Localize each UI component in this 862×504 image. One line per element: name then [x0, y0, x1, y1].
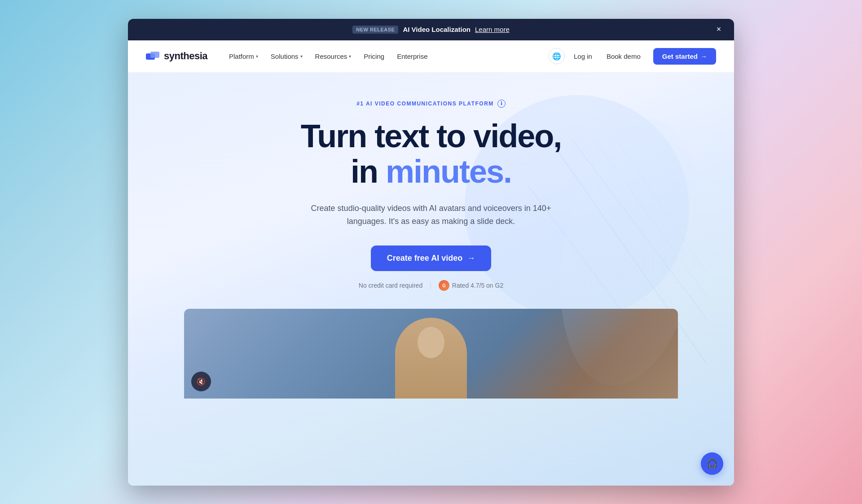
g2-icon: G: [439, 280, 449, 291]
nav-platform[interactable]: Platform ▾: [224, 49, 264, 64]
hero-subtitle: Create studio-quality videos with AI ava…: [310, 202, 552, 228]
logo[interactable]: synthesia: [146, 50, 207, 62]
platform-chevron-icon: ▾: [256, 54, 258, 59]
top-badge: #1 AI VIDEO COMMUNICATIONS PLATFORM: [356, 101, 494, 107]
nav-left: synthesia Platform ▾ Solutions ▾ Resourc…: [146, 49, 433, 64]
nav-enterprise[interactable]: Enterprise: [391, 49, 433, 64]
logo-icon: [146, 51, 160, 61]
support-widget-button[interactable]: 🎧: [701, 452, 723, 475]
nav-resources[interactable]: Resources ▾: [310, 49, 357, 64]
announcement-close-button[interactable]: ×: [712, 23, 725, 36]
badge-row: #1 AI VIDEO COMMUNICATIONS PLATFORM ℹ: [356, 100, 506, 108]
trust-row: No credit card required | G Rated 4.7/5 …: [359, 280, 503, 291]
video-preview: 🔇: [184, 309, 678, 399]
resources-chevron-icon: ▾: [349, 54, 351, 59]
new-release-badge: NEW RELEASE: [352, 26, 398, 34]
g2-badge: G Rated 4.7/5 on G2: [439, 280, 503, 291]
nav-menu: Platform ▾ Solutions ▾ Resources ▾ Prici…: [224, 49, 433, 64]
get-started-button[interactable]: Get started →: [653, 48, 716, 65]
announcement-bar: NEW RELEASE AI Video Localization Learn …: [128, 19, 734, 40]
nav-solutions[interactable]: Solutions ▾: [265, 49, 308, 64]
solutions-chevron-icon: ▾: [300, 54, 303, 59]
no-credit-card-text: No credit card required: [359, 282, 422, 289]
book-demo-button[interactable]: Book demo: [601, 49, 646, 64]
cta-create-video-button[interactable]: Create free AI video →: [371, 245, 491, 271]
mute-icon: 🔇: [197, 377, 206, 386]
navbar: synthesia Platform ▾ Solutions ▾ Resourc…: [128, 40, 734, 73]
nav-right: 🌐 Log in Book demo Get started →: [549, 48, 716, 65]
browser-window: NEW RELEASE AI Video Localization Learn …: [128, 19, 734, 486]
arrow-icon: →: [700, 53, 707, 60]
svg-line-5: [595, 140, 707, 297]
logo-text: synthesia: [164, 50, 207, 62]
cta-arrow-icon: →: [467, 254, 475, 263]
video-person-avatar: [395, 318, 467, 399]
svg-line-6: [617, 140, 707, 275]
hero-section: #1 AI VIDEO COMMUNICATIONS PLATFORM ℹ Tu…: [128, 73, 734, 486]
headset-icon: 🎧: [707, 458, 718, 469]
language-select-button[interactable]: 🌐: [549, 48, 565, 64]
g2-rating-text: Rated 4.7/5 on G2: [452, 282, 503, 289]
svg-rect-1: [150, 52, 159, 58]
hero-title: Turn text to video, in minutes.: [301, 118, 562, 189]
announcement-content: NEW RELEASE AI Video Localization Learn …: [352, 26, 510, 34]
info-icon[interactable]: ℹ: [497, 100, 506, 108]
announcement-title: AI Video Localization: [403, 26, 471, 33]
announcement-link[interactable]: Learn more: [475, 26, 510, 33]
globe-icon: 🌐: [552, 52, 561, 61]
svg-line-3: [572, 140, 707, 320]
nav-pricing[interactable]: Pricing: [358, 49, 390, 64]
svg-line-2: [550, 140, 707, 364]
trust-divider: |: [430, 282, 431, 289]
login-button[interactable]: Log in: [572, 49, 594, 64]
